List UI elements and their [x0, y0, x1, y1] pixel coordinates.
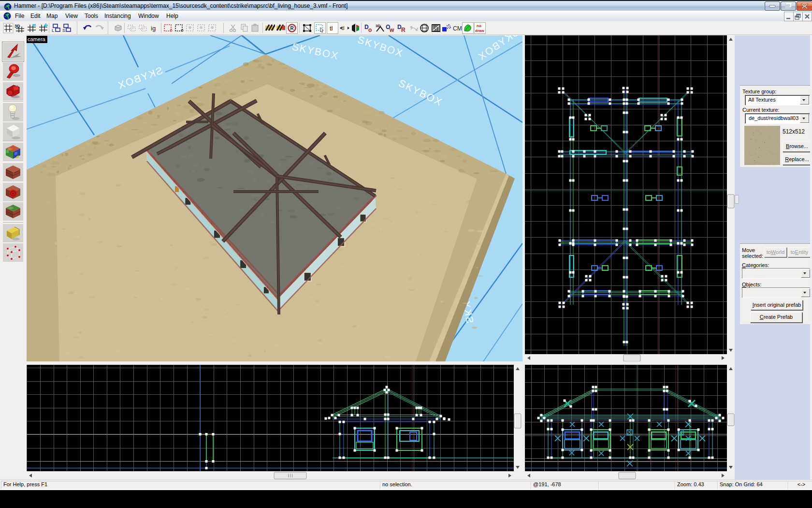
svg-text:o: o: [368, 27, 372, 33]
svg-text:w: w: [389, 27, 394, 33]
svg-text:L: L: [52, 28, 54, 33]
svg-text:R: R: [290, 26, 294, 31]
svg-text:draw: draw: [475, 29, 484, 33]
svg-text:R: R: [401, 27, 406, 33]
svg-text:ig: ig: [151, 25, 156, 32]
svg-text:no: no: [477, 24, 481, 28]
svg-text:3D: 3D: [14, 24, 20, 29]
svg-text:CM: CM: [453, 25, 462, 32]
svg-text:tl: tl: [342, 25, 345, 31]
svg-text:tl: tl: [330, 25, 333, 32]
svg-text:S: S: [62, 28, 65, 33]
